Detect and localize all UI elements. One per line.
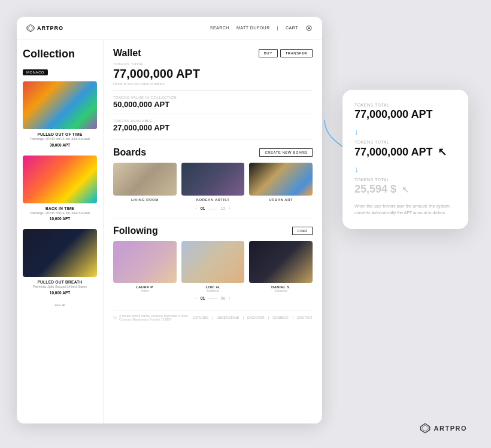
boards-next[interactable]: › xyxy=(229,206,230,211)
following-next[interactable]: › xyxy=(229,296,230,300)
tooltip-label-1: TOKENS TOTAL xyxy=(354,103,456,107)
wallet-header: Wallet BUY TRANSFER xyxy=(113,48,313,59)
footer-link-contact[interactable]: CONTACT xyxy=(297,316,313,319)
nav-bar: ARTPRO SEARCH MATT DUFOUR | CART xyxy=(17,17,322,39)
tooltip-amount-3: 25,594 $ ↖ xyxy=(354,183,409,196)
tooltip-arrow-1: ↓ xyxy=(354,127,456,136)
footer-company: A private limited liability company regi… xyxy=(119,314,193,321)
person-image-2[interactable] xyxy=(181,241,245,283)
art-card-2: BACK IN TIME Paintings, 90×45 cm/14 cm J… xyxy=(23,156,97,221)
boards-separator: —— xyxy=(209,206,217,211)
following-person-1: LAURA P. Artist xyxy=(113,241,177,292)
tooltip-arrow-2: ↓ xyxy=(354,164,456,174)
art-image-1[interactable] xyxy=(23,81,97,129)
boards-prev[interactable]: ‹ xyxy=(195,206,196,211)
art-subtitle-2: Paintings, 90×45 cm/14 cm Julia Souzad xyxy=(23,211,97,216)
footer-link-connect[interactable]: CONNECT xyxy=(272,316,289,319)
monaco-badge: MONACO xyxy=(23,69,48,75)
nav-links: SEARCH MATT DUFOUR | CART xyxy=(210,25,313,32)
footer-link-discover[interactable]: DISCOVER xyxy=(247,316,265,319)
transfer-button[interactable]: TRANSFER xyxy=(280,49,313,57)
boards-grid: LIVING ROOM KOREAN ARTIST URBAN ART xyxy=(113,163,313,202)
following-pagination: ‹ 01 —— 08 › xyxy=(113,296,313,300)
footer-logo: A private limited liability company regi… xyxy=(113,314,193,321)
art-image-2[interactable] xyxy=(23,156,97,203)
footer-separator-1: | xyxy=(212,316,213,319)
board-label-living: LIVING ROOM xyxy=(113,198,177,202)
board-image-living[interactable] xyxy=(113,163,177,196)
footer-link-understand[interactable]: UNDERSTAND xyxy=(217,316,240,319)
art-title-1: PULLED OUT OF TIME xyxy=(23,132,97,136)
art-title-3: PULLED OUT BREATH xyxy=(23,280,97,284)
main-content: Collection MONACO PULLED OUT OF TIME Pai… xyxy=(17,39,322,423)
person-image-3[interactable] xyxy=(249,241,313,283)
footer-separator-3: | xyxy=(268,316,269,319)
available-label: TOKENS AVAILABLE xyxy=(113,119,313,123)
art-price-1: 30,000 APT xyxy=(23,143,97,147)
boards-header: Boards CREATE NEW BOARD xyxy=(113,147,313,158)
see-all-link[interactable]: see all xyxy=(23,303,97,307)
settings-icon[interactable] xyxy=(305,25,313,32)
art-card-1: PULLED OUT OF TIME Paintings, 90×43 cm/1… xyxy=(23,81,97,147)
section-divider-1 xyxy=(113,139,313,140)
board-image-korean[interactable] xyxy=(181,163,245,196)
person-role-3: Collector xyxy=(249,289,313,292)
create-board-button[interactable]: CREATE NEW BOARD xyxy=(259,148,313,157)
svg-marker-4 xyxy=(113,316,116,319)
collection-title: Collection xyxy=(23,48,97,60)
nav-logo: ARTPRO xyxy=(26,24,63,32)
art-price-3: 10,000 APT xyxy=(23,291,97,295)
bottom-branding: ARTPRO xyxy=(420,423,467,434)
boards-total: 12 xyxy=(221,206,226,211)
tooltip-amount-1: 77,000,000 APT xyxy=(354,108,432,121)
tooltip-description: When the user hovers over the amount, th… xyxy=(354,203,456,216)
footer-link-explore[interactable]: EXPLORE xyxy=(193,316,208,319)
board-item-living: LIVING ROOM xyxy=(113,163,177,202)
sidebar: Collection MONACO PULLED OUT OF TIME Pai… xyxy=(17,39,104,423)
browser-window: ARTPRO SEARCH MATT DUFOUR | CART Collect… xyxy=(17,17,322,423)
footer-logo-icon xyxy=(113,315,117,321)
footer: A private limited liability company regi… xyxy=(113,310,313,321)
following-person-3: DANIEL S. Collector xyxy=(249,241,313,292)
boards-title: Boards xyxy=(113,147,146,158)
artpro-logo-icon xyxy=(26,24,35,32)
buy-button[interactable]: BUY xyxy=(259,49,278,57)
user-link[interactable]: MATT DUFOUR xyxy=(237,26,270,30)
tooltip-label-3: TOKENS TOTAL xyxy=(354,178,456,182)
following-grid: LAURA P. Artist LOIC H. Gallerist DANIEL… xyxy=(113,241,313,292)
wallet-title: Wallet xyxy=(113,48,141,59)
wallet-hint: Hover to see the value in dollars xyxy=(113,82,313,86)
footer-separator-4: | xyxy=(292,316,293,319)
following-current: 01 xyxy=(201,296,205,300)
wallet-divider-1 xyxy=(113,90,313,91)
wallet-available: TOKENS AVAILABLE 27,000,000 APT xyxy=(113,119,313,132)
person-image-1[interactable] xyxy=(113,241,177,283)
wallet-divider-2 xyxy=(113,114,313,114)
collection-label: TOKENS VALUE IN COLLECTION xyxy=(113,96,313,99)
art-price-2: 10,000 APT xyxy=(23,217,97,221)
art-subtitle-3: Paintings Julia Souzad United States xyxy=(23,285,97,289)
following-separator: —— xyxy=(209,296,217,300)
cart-link[interactable]: CART xyxy=(286,26,298,30)
right-content: Wallet BUY TRANSFER TOKENS TOTAL 77,000,… xyxy=(104,39,322,423)
tooltip-label-2: TOKENS TOTAL xyxy=(354,140,456,144)
art-title-2: BACK IN TIME xyxy=(23,206,97,211)
art-card-3: PULLED OUT BREATH Paintings Julia Souzad… xyxy=(23,229,97,295)
svg-point-3 xyxy=(308,27,310,29)
footer-separator-2: | xyxy=(243,316,244,319)
following-prev[interactable]: ‹ xyxy=(195,296,196,300)
available-amount: 27,000,000 APT xyxy=(113,123,313,132)
svg-marker-7 xyxy=(422,425,428,431)
section-divider-2 xyxy=(113,218,313,218)
board-image-urban[interactable] xyxy=(249,163,313,196)
art-image-3[interactable] xyxy=(23,229,97,277)
find-button[interactable]: FIND xyxy=(292,227,313,235)
tokens-total-amount: 77,000,000 APT xyxy=(113,67,313,81)
wallet-collection: TOKENS VALUE IN COLLECTION 50,000,000 AP… xyxy=(113,96,313,109)
following-total: 08 xyxy=(221,296,226,300)
svg-marker-1 xyxy=(28,26,33,31)
boards-pagination: ‹ 01 —— 12 › xyxy=(113,206,313,211)
tooltip-card: TOKENS TOTAL 77,000,000 APT ↓ TOKENS TOT… xyxy=(343,90,468,229)
search-link[interactable]: SEARCH xyxy=(210,26,229,30)
footer-links: EXPLORE | UNDERSTAND | DISCOVER | CONNEC… xyxy=(193,316,313,319)
